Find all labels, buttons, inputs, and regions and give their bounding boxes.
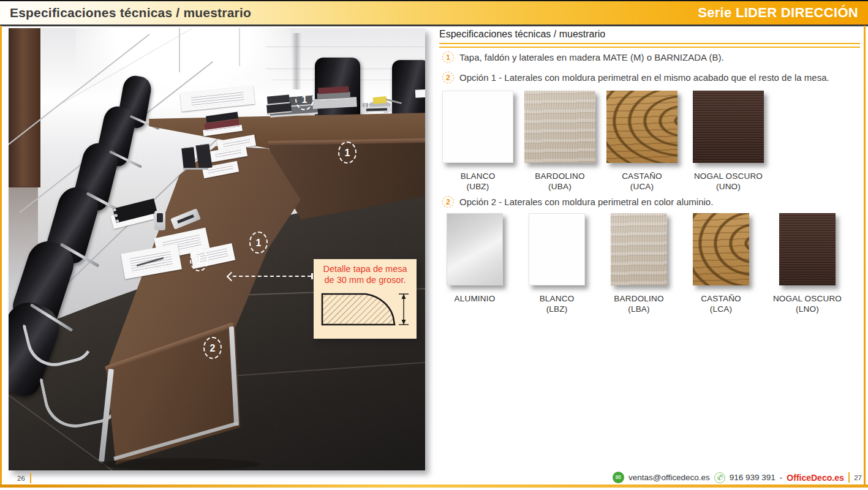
book-stack [312,86,358,110]
callout-arrow-line [233,276,311,277]
swatch-label: BARDOLINO (UBA) [535,171,584,192]
spec-item-text: Opción 1 - Laterales con moldura perimet… [459,72,829,83]
left-edge-rule [0,26,2,488]
table-top-cross-section [319,289,411,330]
swatch-code: (UBZ) [461,181,496,192]
callout-text-line2: de 30 mm de grosor. [314,275,417,286]
brand-text: OfficeDeco.es [787,473,843,483]
swatch-sample [606,91,677,163]
panel-title: Especificaciones técnicas / muestrario [439,29,605,40]
swatch-label: NOGAL OSCURO (LNO) [773,293,842,315]
swatch-sample [524,91,595,163]
swatch-name: BLANCO [461,171,496,181]
swatch-code: (UCA) [622,181,662,192]
swatch-aluminio: ALUMINIO [442,213,507,315]
swatch-code: (LBZ) [540,304,575,314]
swatch-sample [779,213,836,285]
spec-item-text: Tapa, faldón y laterales en madera MATE … [459,51,724,62]
panel-title-rule [439,43,860,48]
swatch-name: NOGAL OSCURO [694,171,763,181]
card-stand [183,145,213,170]
spiral-notebook [111,202,156,232]
swatch-name: CASTAÑO [701,293,741,304]
header-divider [0,24,868,26]
swatch-name: ALUMINIO [455,293,496,304]
table-top-detail-callout: Detalle tapa de mesa de 30 mm de grosor. [314,259,417,339]
spec-number-badge: 2 [442,196,454,208]
footer-divider-bar [30,473,32,483]
series-title: Serie LIDER DIRECCIÓN [698,5,858,21]
paper-sheet [415,89,425,98]
swatch-label: NOGAL OSCURO (UNO) [694,171,763,192]
swatch-castano-lca: CASTAÑO (LCA) [689,213,753,315]
swatch-code: (UBA) [535,181,584,192]
callout-arrow-tick [311,273,313,279]
wood-column [9,28,40,187]
spec-number-badge: 1 [442,51,454,63]
footer-divider-bar [848,472,850,483]
swatch-sample [442,91,513,163]
option2-swatch-row: ALUMINIO BLANCO (LBZ) BARDOLINO (LBA) CA… [442,213,844,315]
swatch-code: (LNO) [773,304,842,314]
page-title: Especificaciones técnicas / muestrario [10,6,251,20]
spec-item-2: 2 Opción 1 - Laterales con moldura perim… [442,72,859,83]
meeting-room-photo: 1 1 1 1 2 Detalle tapa de mesa de 30 mm … [9,28,425,470]
swatch-name: BLANCO [540,293,575,304]
swatch-nogal-uno: NOGAL OSCURO (UNO) [689,91,768,192]
photo-marker-3: 1 [249,232,268,254]
callout-text-line1: Detalle tapa de mesa [314,264,417,275]
swatch-sample [693,91,764,163]
option1-swatch-row: BLANCO (UBZ) BARDOLINO (UBA) CASTAÑO (UC… [442,91,768,192]
photo-marker-1: 1 [295,88,314,110]
swatch-label: BLANCO (LBZ) [540,293,575,315]
spec-number-badge: 2 [442,72,454,83]
page-number-left: 26 [17,475,25,482]
email-icon: ✉ [613,472,624,483]
spec-item-1: 1 Tapa, faldón y laterales en madera MAT… [442,51,859,63]
swatch-label: CASTAÑO (LCA) [701,293,741,315]
swatch-name: CASTAÑO [622,171,662,181]
swatch-code: (UNO) [694,181,763,192]
table-floor-reflection [100,458,260,470]
swatch-name: BARDOLINO [535,171,584,181]
page-number-right: 27 [854,474,862,481]
swatch-castano-uca: CASTAÑO (UCA) [606,91,677,192]
photo-marker-5: 2 [203,337,222,359]
spec-item-3: 2 Opción 2 - Laterales con moldura perim… [442,196,859,208]
swatch-code: (LCA) [701,304,741,314]
bottom-accent-bar [0,484,868,488]
email-text: ventas@officedeco.es [628,473,710,482]
wall-shadow [292,33,301,89]
right-edge-rule [864,26,866,488]
footer-separator: - [780,473,783,482]
swatch-bardolino-lba: BARDOLINO (LBA) [606,213,671,315]
swatch-nogal-lno: NOGAL OSCURO (LNO) [771,213,844,315]
window-mullion [239,28,240,66]
phone-icon: ✆ [714,472,725,483]
footer-left: 26 [17,473,31,483]
photo-marker-4: 1 [190,249,208,271]
swatch-sample [447,213,503,285]
phone-text: 916 939 391 [730,473,776,482]
swatch-label: ALUMINIO [455,293,496,304]
swatch-name: BARDOLINO [614,293,663,304]
swatch-sample [611,213,667,285]
swatch-label: CASTAÑO (UCA) [622,171,662,192]
photo-marker-2: 1 [338,141,357,164]
swatch-sample [693,213,749,285]
book-stack [266,94,293,114]
wall-blind-line [266,47,425,47]
phone-cradle [154,211,165,230]
swatch-bardolino-uba: BARDOLINO (UBA) [524,91,595,192]
footer-right: ✉ ventas@officedeco.es ✆ 916 939 391 - O… [613,472,862,483]
swatch-blanco-ubz: BLANCO (UBZ) [442,91,513,192]
swatch-blanco-lbz: BLANCO (LBZ) [524,213,589,315]
swatch-sample [529,213,585,285]
spec-item-text: Opción 2 - Laterales con moldura perimet… [459,196,713,207]
swatch-name: NOGAL OSCURO [773,293,842,304]
swatch-label: BLANCO (UBZ) [461,171,496,192]
swatch-code: (LBA) [614,304,663,314]
swatch-label: BARDOLINO (LBA) [614,293,663,315]
catalog-page: Especificaciones técnicas / muestrario S… [0,0,868,490]
page-header: Especificaciones técnicas / muestrario S… [0,1,868,24]
